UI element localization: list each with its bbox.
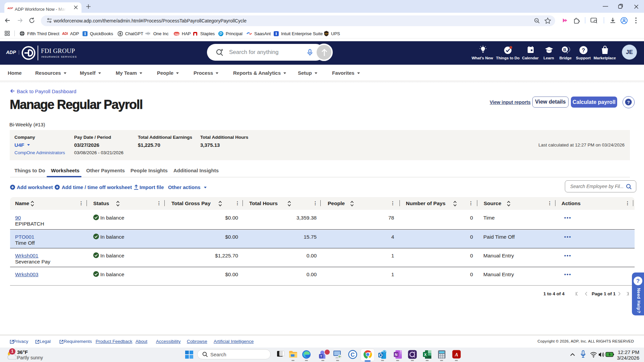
- svg-text:?: ?: [627, 100, 630, 105]
- svg-text:N: N: [395, 353, 397, 357]
- svg-text:X: X: [424, 353, 427, 357]
- svg-text:A: A: [454, 352, 458, 357]
- svg-text:?: ?: [582, 48, 585, 53]
- svg-text:T: T: [320, 355, 322, 358]
- svg-text:ADP: ADP: [62, 32, 68, 36]
- svg-text:ups: ups: [325, 33, 328, 35]
- svg-text:?: ?: [636, 278, 640, 284]
- svg-text:B: B: [563, 47, 566, 52]
- svg-text:ADP: ADP: [7, 7, 13, 10]
- svg-text:ADP: ADP: [6, 50, 16, 55]
- svg-text:C: C: [351, 352, 355, 358]
- svg-text:hap: hap: [175, 33, 179, 35]
